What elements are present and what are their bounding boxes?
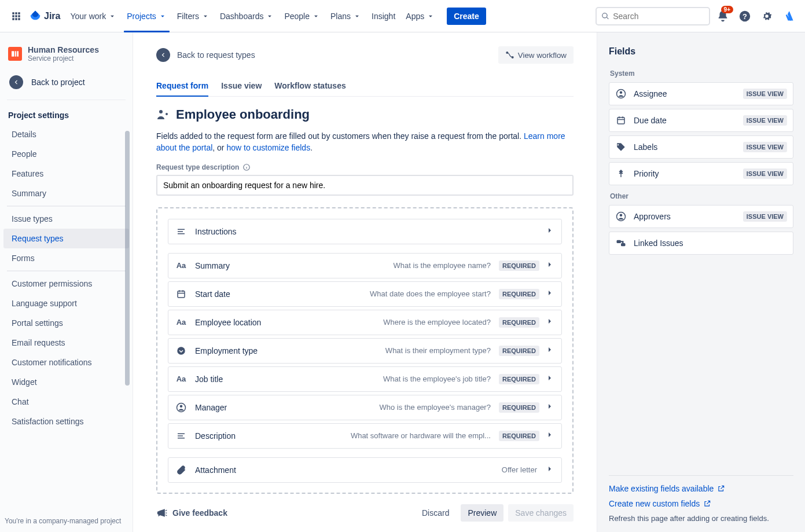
- sidebar-item-request-types[interactable]: Request types: [3, 229, 129, 248]
- field-row-instructions[interactable]: Instructions: [168, 219, 562, 244]
- tab-issue-view[interactable]: Issue view: [221, 78, 262, 96]
- field-row-attachment[interactable]: AttachmentOffer letter: [168, 457, 562, 483]
- workflow-icon: [505, 50, 514, 60]
- sidebar-item-widget[interactable]: Widget: [3, 372, 129, 392]
- available-field-linked-issues[interactable]: Linked Issues: [609, 232, 793, 255]
- svg-point-20: [620, 91, 623, 94]
- issue-view-badge: ISSUE VIEW: [743, 168, 787, 179]
- project-header[interactable]: Human Resources Service project: [0, 32, 133, 68]
- give-feedback[interactable]: Give feedback: [156, 507, 227, 519]
- svg-rect-2: [12, 51, 14, 56]
- calendar-icon: [615, 115, 627, 126]
- sidebar-item-satisfaction-settings[interactable]: Satisfaction settings: [3, 412, 129, 431]
- sidebar-item-features[interactable]: Features: [3, 164, 129, 184]
- required-badge: REQUIRED: [499, 431, 539, 441]
- field-row-employment-type[interactable]: Employment typeWhat is their employment …: [168, 338, 562, 364]
- notifications-icon[interactable]: 9+: [714, 7, 732, 25]
- project-type: Service project: [28, 54, 99, 63]
- field-name: Start date: [195, 289, 230, 299]
- settings-icon[interactable]: [758, 7, 776, 25]
- sidebar-item-issue-types[interactable]: Issue types: [3, 209, 129, 229]
- nav-item-your-work[interactable]: Your work: [65, 8, 122, 24]
- field-name: Assignee: [634, 89, 667, 98]
- field-row-employee-location[interactable]: AaEmployee locationWhere is the employee…: [168, 310, 562, 335]
- preview-button[interactable]: Preview: [461, 504, 503, 522]
- sidebar-item-forms[interactable]: Forms: [3, 248, 129, 268]
- tab-request-form[interactable]: Request form: [156, 78, 208, 96]
- field-name: Employee location: [195, 318, 261, 327]
- nav-item-plans[interactable]: Plans: [325, 8, 366, 24]
- nav-item-apps[interactable]: Apps: [400, 8, 440, 24]
- chevron-down-icon: [159, 12, 167, 20]
- available-field-due-date[interactable]: Due dateISSUE VIEW: [609, 109, 793, 132]
- sidebar-item-portal-settings[interactable]: Portal settings: [3, 313, 129, 333]
- required-badge: REQUIRED: [499, 374, 539, 384]
- chevron-right-icon: [545, 464, 554, 475]
- sidebar-scrollbar[interactable]: [125, 131, 130, 386]
- nav-item-projects[interactable]: Projects: [122, 8, 172, 24]
- back-to-project[interactable]: Back to project: [0, 68, 133, 97]
- calendar-icon: [175, 288, 187, 300]
- tabs: Request formIssue viewWorkflow statuses: [156, 78, 574, 97]
- available-field-priority[interactable]: PriorityISSUE VIEW: [609, 162, 793, 185]
- sidebar-item-details[interactable]: Details: [3, 124, 129, 144]
- nav-item-dashboards[interactable]: Dashboards: [215, 8, 280, 24]
- sidebar-item-language-support[interactable]: Language support: [3, 293, 129, 313]
- svg-point-8: [166, 113, 168, 115]
- sidebar: Human Resources Service project Back to …: [0, 32, 133, 532]
- field-row-summary[interactable]: AaSummaryWhat is the employee name?REQUI…: [168, 253, 562, 278]
- sidebar-item-email-requests[interactable]: Email requests: [3, 333, 129, 353]
- sidebar-item-summary[interactable]: Summary: [3, 184, 129, 203]
- fields-drop-zone[interactable]: InstructionsAaSummaryWhat is the employe…: [156, 207, 574, 494]
- chevron-right-icon: [545, 373, 554, 384]
- field-row-description[interactable]: DescriptionWhat software or hardware wil…: [168, 423, 562, 449]
- jira-logo[interactable]: Jira: [29, 10, 60, 23]
- search-input[interactable]: [613, 12, 704, 21]
- tab-workflow-statuses[interactable]: Workflow statuses: [274, 78, 345, 96]
- svg-rect-21: [617, 118, 624, 124]
- svg-point-18: [180, 405, 183, 408]
- available-field-labels[interactable]: LabelsISSUE VIEW: [609, 135, 793, 159]
- field-hint: Offer letter: [502, 465, 537, 474]
- back-to-request-types[interactable]: Back to request types: [156, 48, 255, 62]
- info-icon[interactable]: [242, 163, 251, 171]
- field-hint: What date does the employee start?: [370, 289, 491, 298]
- sidebar-item-people[interactable]: People: [3, 144, 129, 164]
- svg-text:?: ?: [742, 12, 747, 20]
- required-badge: REQUIRED: [499, 317, 539, 328]
- discard-button[interactable]: Discard: [415, 504, 456, 522]
- sidebar-item-chat[interactable]: Chat: [3, 392, 129, 412]
- sidebar-item-customer-permissions[interactable]: Customer permissions: [3, 274, 129, 293]
- svg-rect-28: [622, 244, 625, 246]
- field-row-start-date[interactable]: Start dateWhat date does the employee st…: [168, 281, 562, 307]
- nav-item-filters[interactable]: Filters: [172, 8, 215, 24]
- logo-text: Jira: [44, 11, 60, 21]
- required-badge: REQUIRED: [499, 402, 539, 413]
- chevron-right-icon: [545, 430, 554, 441]
- help-icon[interactable]: ?: [736, 7, 754, 25]
- chevron-right-icon: [545, 260, 554, 271]
- create-button[interactable]: Create: [447, 8, 486, 25]
- description-label: Request type description: [156, 163, 574, 171]
- notification-badge: 9+: [721, 6, 733, 13]
- description-input[interactable]: [156, 175, 574, 196]
- sidebar-footer: You're in a company-managed project: [0, 513, 133, 532]
- atlassian-icon[interactable]: [780, 7, 798, 25]
- available-field-assignee[interactable]: AssigneeISSUE VIEW: [609, 82, 793, 105]
- nav-item-people[interactable]: People: [279, 8, 325, 24]
- request-type-icon: [156, 108, 170, 122]
- app-switcher-icon[interactable]: [7, 7, 25, 25]
- arrow-left-icon: [9, 75, 23, 89]
- view-workflow-button[interactable]: View workflow: [498, 46, 574, 64]
- field-row-job-title[interactable]: AaJob titleWhat is the employee's job ti…: [168, 366, 562, 392]
- nav-item-insight[interactable]: Insight: [366, 8, 400, 24]
- field-row-manager[interactable]: ManagerWho is the employee's manager?REQ…: [168, 395, 562, 420]
- customize-fields-link[interactable]: how to customize fields: [226, 143, 310, 152]
- search-box[interactable]: [596, 7, 710, 25]
- sidebar-item-customer-notifications[interactable]: Customer notifications: [3, 353, 129, 372]
- available-field-approvers[interactable]: ApproversISSUE VIEW: [609, 205, 793, 228]
- existing-fields-link[interactable]: Make existing fields available: [609, 484, 793, 493]
- external-link-icon: [717, 485, 725, 493]
- custom-fields-link[interactable]: Create new custom fields: [609, 499, 793, 508]
- required-badge: REQUIRED: [499, 289, 539, 299]
